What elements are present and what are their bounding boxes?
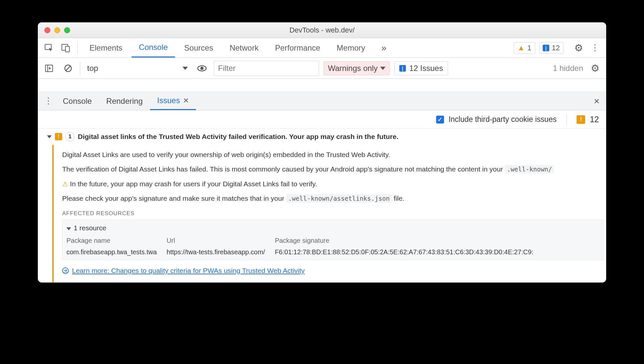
- issues-button[interactable]: ❘ 12 Issues: [394, 61, 448, 75]
- warnings-count: 1: [527, 44, 531, 52]
- cell-package: com.firebaseapp.twa_tests.twa: [66, 247, 157, 257]
- affected-resources-box: 1 resource Package name com.firebaseapp.…: [62, 220, 604, 260]
- learn-more-link[interactable]: ➔ Learn more: Changes to quality criteri…: [62, 265, 305, 276]
- tab-sources[interactable]: Sources: [177, 38, 220, 57]
- tab-performance[interactable]: Performance: [268, 38, 327, 57]
- expand-caret-icon: [66, 227, 71, 230]
- issue-description-line: The verification of Digital Asset Links …: [62, 164, 604, 175]
- close-drawer-icon[interactable]: ×: [590, 96, 603, 107]
- tab-network[interactable]: Network: [222, 38, 266, 57]
- tab-memory[interactable]: Memory: [330, 38, 373, 57]
- hidden-count[interactable]: 1 hidden: [553, 64, 583, 73]
- warning-triangle-icon: ▲: [517, 44, 525, 52]
- svg-line-6: [66, 66, 70, 71]
- console-output: [38, 79, 606, 92]
- issue-summary-count: 12: [590, 115, 599, 124]
- drawer-tab-console[interactable]: Console: [56, 92, 99, 110]
- tab-console[interactable]: Console: [132, 38, 175, 57]
- warnings-badge[interactable]: ▲ 1: [514, 42, 535, 54]
- titlebar: DevTools - web.dev/: [38, 22, 606, 38]
- issues-button-label: 12 Issues: [409, 64, 443, 73]
- clear-console-icon[interactable]: [61, 61, 75, 76]
- warning-triangle-icon: ⚠: [62, 180, 68, 188]
- tab-elements[interactable]: Elements: [82, 38, 130, 57]
- settings-gear-icon[interactable]: ⚙: [571, 41, 586, 55]
- cell-url: https://twa-tests.firebaseapp.com/: [167, 247, 265, 257]
- more-tabs-icon[interactable]: »: [374, 41, 393, 55]
- console-filter-bar: top Warnings only ❘ 12 Issues 1 hidden ⚙: [38, 58, 606, 79]
- issue-description-line: Digital Asset Links are used to verify y…: [62, 149, 604, 160]
- console-settings-gear-icon[interactable]: ⚙: [588, 61, 602, 76]
- context-value: top: [87, 64, 98, 73]
- include-third-party-checkbox[interactable]: ✓: [436, 116, 444, 124]
- inspect-element-icon[interactable]: [42, 41, 56, 55]
- kebab-menu-icon[interactable]: ⋮: [588, 41, 602, 55]
- drawer-tab-issues-label: Issues: [157, 96, 180, 105]
- include-third-party-label: Include third-party cookie issues: [449, 115, 557, 124]
- col-header-url: Url: [167, 236, 265, 246]
- issues-count: 12: [552, 44, 560, 52]
- col-header-signature: Package signature: [275, 236, 599, 246]
- issue-summary-icon: !: [577, 115, 585, 124]
- device-toolbar-icon[interactable]: [58, 41, 73, 55]
- drawer-kebab-icon[interactable]: ⋮: [41, 94, 56, 108]
- window-title: DevTools - web.dev/: [38, 26, 606, 34]
- svg-rect-2: [65, 46, 69, 52]
- issues-badge[interactable]: ❘ 12: [539, 42, 563, 54]
- log-level-label: Warnings only: [328, 64, 378, 73]
- toggle-sidebar-icon[interactable]: [42, 61, 56, 76]
- learn-more-label: Learn more: Changes to quality criteria …: [72, 265, 305, 276]
- devtools-window: DevTools - web.dev/ Elements Console Sou…: [38, 22, 606, 283]
- col-header-package: Package name: [66, 236, 157, 246]
- issue-header[interactable]: ! 1 Digital asset links of the Trusted W…: [45, 129, 606, 145]
- code-path: .well-known/: [505, 165, 554, 173]
- issue-severity-bar: [52, 145, 62, 283]
- context-selector[interactable]: top: [85, 62, 190, 75]
- issue-body: Digital Asset Links are used to verify y…: [62, 145, 606, 283]
- issue-description-line: Please check your app's signature and ma…: [62, 193, 604, 204]
- svg-point-8: [200, 67, 204, 70]
- resource-count-row[interactable]: 1 resource: [66, 223, 599, 234]
- issue-severity-icon: !: [55, 133, 62, 140]
- issue-chat-icon: ❘: [543, 45, 549, 51]
- drawer-tab-issues[interactable]: Issues ×: [150, 92, 196, 110]
- affected-resources-heading: Affected Resources: [62, 209, 604, 218]
- issue-description-line: ⚠ In the future, your app may crash for …: [62, 179, 604, 190]
- arrow-circle-icon: ➔: [62, 267, 69, 274]
- close-tab-icon[interactable]: ×: [183, 95, 188, 106]
- live-expression-icon[interactable]: [195, 61, 209, 76]
- log-level-selector[interactable]: Warnings only: [324, 61, 390, 75]
- drawer-tabbar: ⋮ Console Rendering Issues × ×: [38, 92, 606, 110]
- resource-table: Package name com.firebaseapp.twa_tests.t…: [66, 236, 599, 257]
- main-toolbar: Elements Console Sources Network Perform…: [38, 38, 606, 58]
- issue-chat-icon: ❘: [399, 65, 406, 72]
- issue-instance-count: 1: [65, 132, 74, 141]
- filter-input[interactable]: [214, 61, 319, 76]
- issues-toolbar: ✓ Include third-party cookie issues ! 12: [38, 110, 606, 129]
- cell-signature: F6:01:12:78:BD:E1:88:52:D5:0F:05:2A:5E:6…: [275, 247, 599, 257]
- issue-item: ! 1 Digital asset links of the Trusted W…: [38, 129, 606, 283]
- code-path: .well-known/assetlinks.json: [286, 194, 392, 203]
- expand-caret-icon: [47, 135, 52, 138]
- issue-title: Digital asset links of the Trusted Web A…: [78, 131, 398, 142]
- drawer-tab-rendering[interactable]: Rendering: [99, 92, 150, 110]
